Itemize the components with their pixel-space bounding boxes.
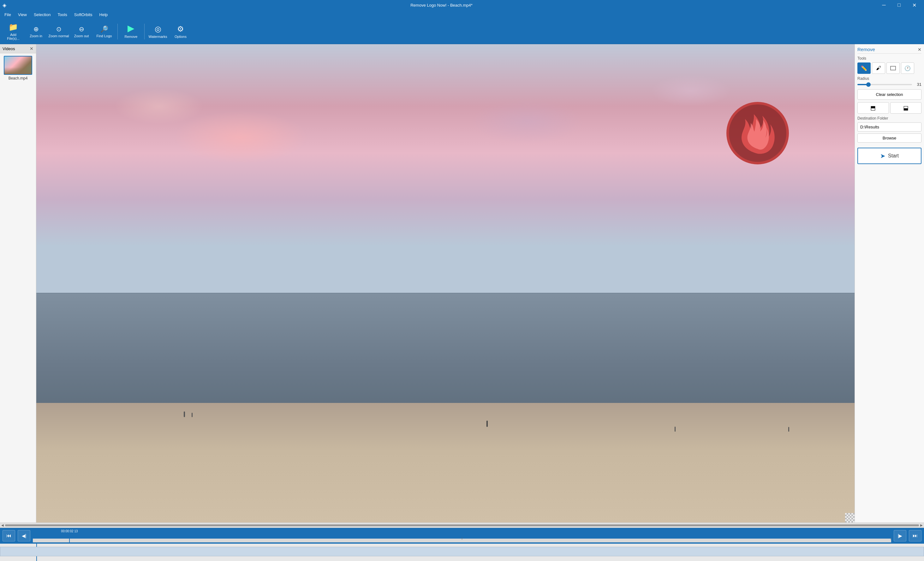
timeline-controls: ⏮ ◀| 00:00:02 13 | | |▶ ⏭	[0, 528, 924, 544]
menu-bar: File View Selection Tools SoftOrbits Hel…	[0, 10, 924, 19]
person-5	[788, 427, 789, 432]
zoom-normal-button[interactable]: ⊙ Zoom normal	[48, 21, 69, 42]
toolbar-separator-2	[144, 24, 145, 39]
person-3	[486, 420, 488, 427]
start-label: Start	[888, 153, 899, 159]
radius-slider[interactable]	[857, 84, 912, 85]
maximize-button[interactable]: □	[892, 0, 906, 10]
options-button[interactable]: ⚙ Options	[170, 21, 191, 42]
horizon-line	[36, 293, 855, 293]
video-scrollbar: ◀ ▶	[0, 522, 924, 528]
find-logo-button[interactable]: 🔎 Find Logo	[93, 21, 115, 42]
watermarks-label: Watermarks	[148, 35, 167, 39]
go-to-end-button[interactable]: ⏭	[909, 530, 921, 542]
radius-row: 31	[857, 82, 921, 87]
start-button[interactable]: ➤ Start	[857, 148, 921, 164]
action-row: ⬒ ⬓	[857, 102, 921, 114]
zoom-out-icon: ⊖	[79, 25, 84, 33]
timeline-cursor: 00:00:02 13	[69, 529, 70, 542]
menu-view[interactable]: View	[15, 12, 30, 18]
go-to-start-button[interactable]: ⏮	[3, 530, 15, 542]
options-label: Options	[175, 35, 187, 39]
eraser-icon: 🖌	[876, 65, 881, 71]
paste-frame-icon: ⬓	[903, 105, 909, 111]
app-icon: ◈	[3, 2, 6, 8]
remove-panel: Remove ✕ Tools ✏️ 🖌 🕐 Radius	[855, 44, 924, 522]
video-canvas[interactable]	[36, 44, 855, 522]
timeline-content: 00:00:00 00	[0, 544, 924, 561]
ruler-end: |	[891, 537, 891, 540]
person-1	[184, 411, 185, 417]
horizontal-scrollbar[interactable]	[5, 524, 919, 526]
go-to-prev-button[interactable]: ◀|	[18, 530, 30, 542]
scroll-right-icon[interactable]: ▶	[920, 524, 923, 527]
main-container: Videos ✕ Beach.mp4	[0, 44, 924, 522]
go-to-start-icon: ⏮	[6, 533, 11, 539]
browse-button[interactable]: Browse	[857, 133, 921, 143]
close-button[interactable]: ✕	[907, 0, 921, 10]
minimize-button[interactable]: ─	[877, 0, 891, 10]
find-logo-label: Find Logo	[97, 34, 112, 38]
zoom-in-icon: ⊕	[33, 25, 39, 33]
beach-layer	[36, 403, 855, 522]
panel-header: Remove ✕	[857, 47, 921, 54]
video-area	[36, 44, 855, 522]
options-icon: ⚙	[177, 25, 184, 33]
add-files-icon: 📁	[9, 23, 18, 31]
add-files-button[interactable]: 📁 Add File(s)...	[3, 21, 24, 42]
person-4	[675, 426, 675, 432]
menu-softorbits[interactable]: SoftOrbits	[71, 12, 96, 18]
clock-tool-button[interactable]: 🕐	[901, 63, 914, 74]
rectangle-tool-button[interactable]	[886, 63, 900, 74]
menu-help[interactable]: Help	[96, 12, 111, 18]
panel-close-icon[interactable]: ✕	[918, 47, 921, 52]
zoom-in-label: Zoom in	[30, 34, 42, 38]
videos-panel: Videos ✕ Beach.mp4	[0, 44, 36, 522]
zoom-normal-icon: ⊙	[56, 25, 62, 33]
toolbar: 📁 Add File(s)... ⊕ Zoom in ⊙ Zoom normal…	[0, 19, 924, 44]
remove-button[interactable]: ▶ Remove	[120, 21, 142, 42]
clock-icon: 🕐	[904, 65, 911, 71]
timeline-ruler: 00:00:02 13 | |	[33, 529, 891, 542]
video-thumb-image	[4, 56, 32, 75]
ruler-midpoint: |	[462, 537, 462, 540]
scroll-left-icon[interactable]: ◀	[1, 524, 4, 527]
radius-thumb[interactable]	[866, 82, 871, 87]
go-to-prev-icon: ◀|	[22, 533, 27, 538]
radius-section: Radius 31	[857, 76, 921, 87]
tools-section: Tools ✏️ 🖌 🕐	[857, 56, 921, 74]
video-thumb-label: Beach.mp4	[9, 76, 28, 81]
copy-frame-icon: ⬒	[870, 105, 876, 111]
title-bar-controls: ─ □ ✕	[877, 0, 921, 10]
go-to-next-button[interactable]: |▶	[894, 530, 906, 542]
zoom-out-button[interactable]: ⊖ Zoom out	[71, 21, 92, 42]
find-logo-icon: 🔎	[100, 25, 108, 33]
destination-input[interactable]	[857, 123, 921, 132]
videos-panel-close[interactable]: ✕	[30, 46, 33, 51]
video-thumbnail-item[interactable]: Beach.mp4	[3, 56, 33, 81]
remove-icon: ▶	[128, 23, 135, 33]
go-to-next-icon: |▶	[898, 533, 903, 538]
brush-tool-button[interactable]: ✏️	[857, 63, 871, 74]
scrollbar-thumb[interactable]	[5, 524, 919, 526]
zoom-in-button[interactable]: ⊕ Zoom in	[25, 21, 47, 42]
menu-selection[interactable]: Selection	[31, 12, 54, 18]
beach-scene	[36, 44, 855, 522]
go-to-end-icon: ⏭	[913, 533, 918, 539]
watermarks-button[interactable]: ◎ Watermarks	[147, 21, 169, 42]
zoom-normal-label: Zoom normal	[49, 34, 69, 38]
copy-frame-button[interactable]: ⬒	[857, 102, 889, 114]
destination-label: Destination Folder	[857, 116, 921, 121]
menu-file[interactable]: File	[1, 12, 14, 18]
eraser-tool-button[interactable]: 🖌	[872, 63, 885, 74]
tools-row: ✏️ 🖌 🕐	[857, 63, 921, 74]
add-files-label: Add File(s)...	[7, 33, 20, 40]
toolbar-separator-1	[117, 24, 118, 39]
title-bar: ◈ Remove Logo Now! - Beach.mp4* ─ □ ✕	[0, 0, 924, 10]
timeline-bar[interactable]	[0, 547, 924, 556]
radius-label: Radius	[857, 76, 921, 81]
rectangle-icon	[890, 66, 896, 70]
paste-frame-button[interactable]: ⬓	[890, 102, 922, 114]
menu-tools[interactable]: Tools	[54, 12, 70, 18]
clear-selection-button[interactable]: Clear selection	[857, 89, 921, 100]
